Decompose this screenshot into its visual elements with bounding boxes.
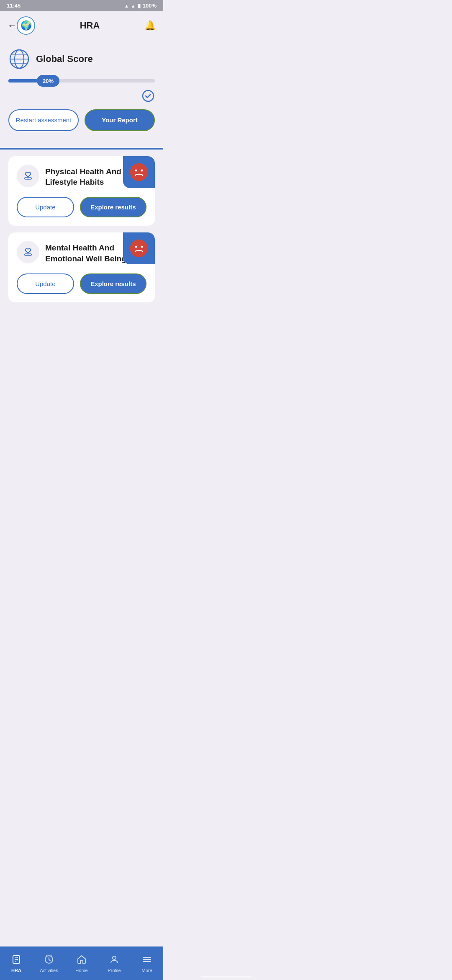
mental-update-button[interactable]: Update: [17, 273, 74, 294]
mental-status-badge: [123, 232, 155, 264]
heart-hand-icon-2: [21, 245, 35, 259]
physical-card-icon-wrap: [17, 165, 39, 187]
battery-label: 100%: [143, 3, 157, 9]
physical-update-button[interactable]: Update: [17, 197, 74, 218]
check-row: [8, 89, 155, 103]
physical-card-top: Physical Health And Lifestyle Habits: [8, 156, 155, 194]
progress-fill: [8, 79, 38, 83]
mental-health-card: Mental Health And Emotional Well Being U…: [8, 232, 155, 302]
svg-point-11: [131, 240, 147, 257]
restart-assessment-button[interactable]: Restart assessment: [8, 109, 79, 131]
page-title: HRA: [35, 20, 144, 31]
svg-point-12: [135, 246, 137, 248]
bottom-spacer: [8, 316, 155, 353]
logo-image: 🌍: [21, 20, 32, 31]
globe-icon: [8, 48, 30, 70]
svg-point-8: [135, 169, 137, 171]
sad-face-icon-2: [129, 239, 149, 258]
progress-track: 20%: [8, 79, 155, 83]
heart-hand-icon: [21, 169, 35, 183]
top-nav: ← 🌍 HRA 🔔: [0, 11, 163, 40]
mental-card-buttons: Update Explore results: [8, 273, 155, 294]
physical-status-badge: [123, 156, 155, 188]
mental-card-top: Mental Health And Emotional Well Being: [8, 232, 155, 271]
progress-bar-container: 20%: [8, 79, 155, 83]
notification-bell-button[interactable]: 🔔: [144, 20, 156, 31]
status-icons: 100%: [124, 3, 157, 9]
mental-explore-button[interactable]: Explore results: [80, 273, 146, 294]
physical-card-buttons: Update Explore results: [8, 197, 155, 218]
checkmark-icon: [141, 89, 155, 103]
physical-explore-button[interactable]: Explore results: [80, 197, 146, 218]
your-report-button[interactable]: Your Report: [85, 109, 155, 131]
battery-icon: [138, 3, 141, 9]
signal-icon: [131, 3, 136, 9]
time: 11:45: [7, 3, 21, 9]
cards-section: Physical Health And Lifestyle Habits Upd…: [8, 150, 155, 316]
action-buttons-row: Restart assessment Your Report: [8, 109, 155, 131]
sad-face-icon: [129, 162, 149, 182]
svg-point-7: [131, 164, 147, 181]
global-score-section: Global Score 20% Restart assessment: [8, 44, 155, 148]
status-bar: 11:45 100%: [0, 0, 163, 11]
wifi-icon: [124, 3, 129, 9]
svg-point-9: [141, 169, 143, 171]
global-score-header: Global Score: [8, 48, 155, 70]
mental-card-icon-wrap: [17, 241, 39, 263]
global-score-title: Global Score: [36, 54, 93, 64]
physical-health-card: Physical Health And Lifestyle Habits Upd…: [8, 156, 155, 226]
app-logo: 🌍: [17, 16, 35, 35]
main-content: Global Score 20% Restart assessment: [0, 40, 163, 353]
progress-thumb: 20%: [37, 75, 59, 87]
svg-point-13: [141, 246, 143, 248]
back-button[interactable]: ←: [8, 20, 17, 31]
svg-point-5: [143, 90, 154, 101]
